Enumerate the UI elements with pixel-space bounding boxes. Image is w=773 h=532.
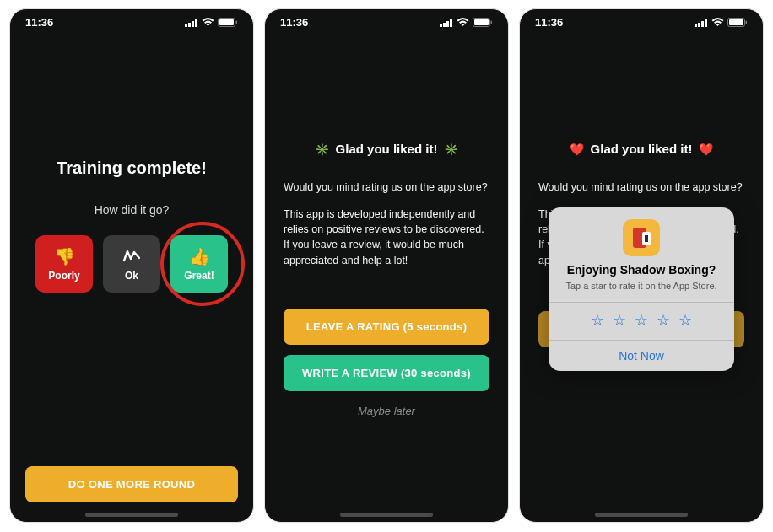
- svg-rect-1: [188, 23, 191, 27]
- wifi-icon: [202, 18, 214, 27]
- rate-body: This app is developed independently and …: [284, 207, 489, 268]
- svg-rect-2: [192, 21, 194, 27]
- star-emoji-right: ✳️: [444, 142, 458, 156]
- modal-title: Enjoying Shadow Boxing?: [549, 263, 734, 277]
- svg-rect-9: [446, 21, 449, 27]
- status-time: 11:36: [535, 16, 563, 29]
- one-more-round-button[interactable]: DO ONE MORE ROUND: [25, 466, 238, 502]
- status-bar: 11:36: [520, 9, 763, 32]
- svg-rect-3: [195, 19, 197, 27]
- screen-training-complete: 11:36 Training complete! How did it go? …: [9, 8, 254, 523]
- star-2-button[interactable]: ☆: [613, 311, 626, 330]
- status-time: 11:36: [25, 16, 53, 29]
- rate-ok-button[interactable]: Ok: [103, 235, 160, 293]
- svg-rect-19: [729, 19, 743, 25]
- star-1-button[interactable]: ☆: [591, 311, 604, 330]
- battery-icon: [473, 18, 493, 27]
- svg-rect-24: [645, 235, 648, 242]
- svg-rect-10: [450, 19, 452, 27]
- svg-rect-6: [236, 21, 238, 24]
- wifi-icon: [711, 18, 724, 27]
- rating-row: 👎 Poorly Ok 👍 Great!: [35, 235, 228, 293]
- page-subtitle: How did it go?: [95, 203, 170, 217]
- rate-question: Would you mind rating us on the app stor…: [284, 180, 489, 195]
- app-icon: [623, 219, 660, 256]
- status-icons: [695, 18, 748, 27]
- home-indicator[interactable]: [340, 513, 433, 517]
- svg-rect-13: [491, 21, 493, 24]
- wifi-icon: [457, 18, 469, 27]
- svg-rect-8: [443, 23, 446, 27]
- maybe-later-link[interactable]: Maybe later: [284, 405, 489, 417]
- rate-poorly-label: Poorly: [48, 270, 79, 282]
- signal-icon: [185, 19, 198, 27]
- svg-rect-15: [698, 23, 700, 27]
- modal-overlay: Enjoying Shadow Boxing? Tap a star to ra…: [520, 56, 763, 522]
- rate-great-label: Great!: [184, 270, 214, 282]
- screen-native-rating-modal: 11:36 ❤️ Glad you liked it! ❤️ Would you…: [519, 8, 764, 523]
- svg-rect-20: [746, 21, 748, 24]
- page-title: Training complete!: [57, 159, 207, 178]
- battery-icon: [218, 18, 238, 27]
- home-indicator[interactable]: [85, 513, 178, 517]
- leave-rating-button[interactable]: LEAVE A RATING (5 seconds): [284, 309, 489, 345]
- squiggle-icon: [122, 247, 141, 266]
- modal-subtitle: Tap a star to rate it on the App Store.: [549, 277, 734, 302]
- signal-icon: [695, 19, 708, 27]
- rate-ok-label: Ok: [125, 270, 138, 282]
- glad-title: Glad you liked it!: [336, 142, 438, 156]
- star-row: ☆ ☆ ☆ ☆ ☆: [549, 302, 734, 340]
- star-emoji-left: ✳️: [315, 142, 329, 156]
- battery-icon: [727, 18, 748, 27]
- status-icons: [185, 18, 238, 27]
- write-review-button[interactable]: WRITE A REVIEW (30 seconds): [284, 355, 489, 391]
- glad-header: ✳️ Glad you liked it! ✳️: [284, 142, 489, 156]
- svg-rect-0: [185, 24, 187, 27]
- status-bar: 11:36: [10, 9, 253, 32]
- status-bar: 11:36: [265, 9, 508, 32]
- signal-icon: [440, 19, 453, 27]
- star-5-button[interactable]: ☆: [678, 311, 692, 330]
- thumb-up-icon: 👍: [189, 246, 210, 266]
- svg-rect-14: [695, 24, 697, 27]
- rate-great-button[interactable]: 👍 Great!: [170, 235, 228, 293]
- svg-rect-7: [440, 24, 442, 27]
- rate-poorly-button[interactable]: 👎 Poorly: [35, 235, 93, 293]
- svg-rect-17: [705, 19, 707, 27]
- star-4-button[interactable]: ☆: [657, 311, 670, 330]
- rating-modal: Enjoying Shadow Boxing? Tap a star to ra…: [549, 207, 734, 371]
- screen-rate-prompt: 11:36 ✳️ Glad you liked it! ✳️ Would you…: [264, 8, 509, 523]
- thumb-down-icon: 👎: [54, 246, 75, 266]
- status-time: 11:36: [280, 16, 308, 29]
- not-now-button[interactable]: Not Now: [549, 340, 734, 371]
- svg-rect-5: [219, 19, 234, 25]
- star-3-button[interactable]: ☆: [635, 311, 648, 330]
- status-icons: [440, 18, 493, 27]
- svg-rect-12: [474, 19, 489, 25]
- svg-rect-16: [701, 21, 704, 27]
